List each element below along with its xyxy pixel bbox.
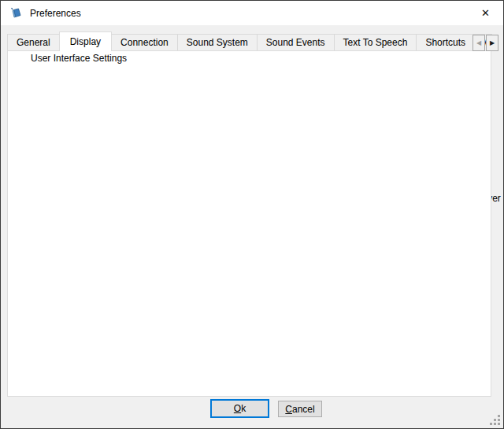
cancel-button[interactable]: Cancel [278,401,322,417]
tab-sound-events[interactable]: Sound Events [257,34,335,51]
ok-button-label: Ok [234,403,246,414]
tab-sound-system[interactable]: Sound System [177,34,258,51]
tab-shortcuts[interactable]: Shortcuts [416,34,475,51]
tab-scroll-left-icon[interactable]: ◀ [472,35,485,51]
resize-grip[interactable] [491,416,500,425]
tab-bar: General Display Connection Sound System … [7,31,492,51]
tab-scroll-right-icon[interactable]: ▶ [486,35,498,51]
window-title: Preferences [30,8,81,19]
tab-general[interactable]: General [7,34,60,51]
app-icon [9,6,23,20]
title-bar[interactable]: Preferences ✕ [1,1,503,25]
group-title: User Interface Settings [28,53,130,64]
preferences-dialog: Preferences ✕ General Display Connection… [0,0,504,429]
ok-button[interactable]: Ok [210,399,269,418]
display-tab-page [7,50,491,397]
close-icon[interactable]: ✕ [468,1,503,25]
tab-connection[interactable]: Connection [111,34,178,51]
tab-display[interactable]: Display [59,31,112,51]
cancel-button-label: Cancel [285,404,314,415]
tab-text-to-speech[interactable]: Text To Speech [334,34,417,51]
